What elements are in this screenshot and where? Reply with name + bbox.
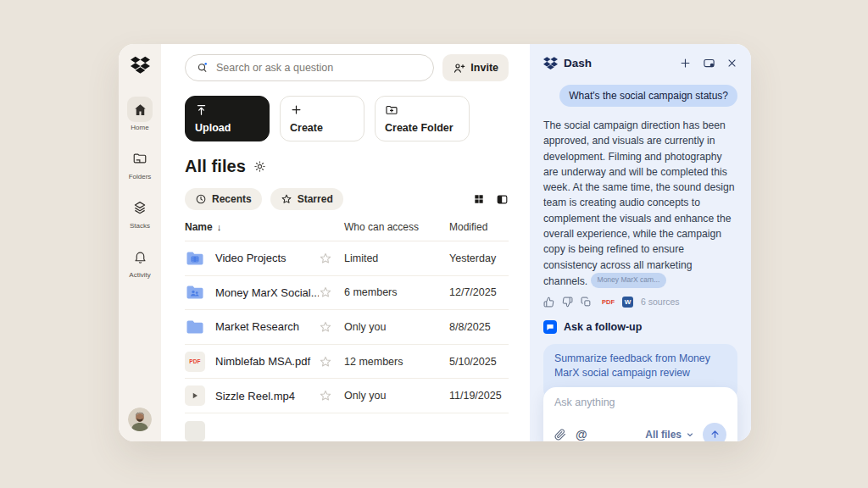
- home-icon: [127, 97, 153, 122]
- invite-label: Invite: [470, 62, 498, 74]
- create-button[interactable]: Create: [280, 96, 364, 141]
- file-name: Sizzle Reel.mp4: [215, 390, 319, 402]
- page-title: All files: [185, 157, 246, 176]
- send-button[interactable]: [703, 423, 726, 441]
- dash-panel: Dash What's the social campaign status? …: [530, 44, 751, 441]
- star-toggle-icon[interactable]: [319, 252, 344, 265]
- user-avatar[interactable]: [128, 408, 152, 431]
- app-window: Home Folders Stacks Activity: [119, 44, 751, 441]
- modified-cell: 12/7/2025: [449, 286, 509, 298]
- modified-cell: 11/19/2025: [449, 390, 509, 402]
- sidebar-item-folders[interactable]: Folders: [127, 146, 153, 180]
- filter-label: Recents: [212, 193, 252, 205]
- modified-cell: Yesterday: [449, 252, 509, 264]
- upload-icon: [195, 103, 208, 116]
- invite-button[interactable]: Invite: [442, 54, 509, 81]
- star-icon: [281, 193, 292, 205]
- table-header: Name ↓ Who can access Modified: [185, 221, 509, 241]
- sidebar-item-label: Home: [131, 124, 148, 131]
- attachment-icon[interactable]: [554, 429, 566, 441]
- split-view-icon[interactable]: [496, 193, 509, 206]
- plus-icon: [290, 103, 303, 116]
- create-folder-button[interactable]: Create Folder: [375, 96, 470, 141]
- table-row[interactable]: Video Projects Limited Yesterday: [185, 241, 509, 276]
- access-cell: Only you: [344, 390, 449, 402]
- folder-plus-icon: [385, 103, 398, 117]
- ask-input[interactable]: Ask anything: [554, 396, 726, 408]
- filter-label: Starred: [298, 193, 333, 205]
- stacks-icon: [127, 195, 153, 220]
- search-placeholder: Search or ask a question: [216, 62, 333, 74]
- folder-icon: [127, 146, 153, 171]
- file-name: Market Research: [215, 320, 319, 333]
- table-row[interactable]: PDF Nimblefab MSA.pdf 12 members 5/10/20…: [185, 345, 509, 380]
- chevron-down-icon: [685, 430, 695, 440]
- table-row[interactable]: Sizzle Reel.mp4 Only you 11/19/2025: [185, 379, 509, 413]
- thumbs-down-icon[interactable]: [562, 297, 573, 308]
- bell-icon: [127, 244, 153, 269]
- video-file-icon: [185, 385, 205, 406]
- scope-selector[interactable]: All files: [645, 429, 695, 441]
- sidebar-item-activity[interactable]: Activity: [127, 244, 153, 279]
- file-name: Nimblefab MSA.pdf: [215, 355, 319, 368]
- table-row[interactable]: Market Research Only you 8/8/2025: [185, 310, 509, 345]
- arrow-up-icon: [709, 429, 721, 440]
- ask-followup-button[interactable]: Ask a follow-up: [543, 320, 737, 334]
- table-row[interactable]: [185, 421, 509, 441]
- folder-video-icon: [185, 248, 205, 269]
- modified-cell: 5/10/2025: [449, 356, 509, 368]
- sources-count[interactable]: 6 sources: [641, 297, 680, 307]
- close-icon[interactable]: [726, 58, 737, 69]
- main-content: Search or ask a question Invite Upload C…: [161, 44, 530, 441]
- ai-response: The social campaign direction has been a…: [543, 118, 737, 289]
- star-toggle-icon[interactable]: [319, 286, 344, 299]
- search-icon: [196, 61, 209, 75]
- gear-icon[interactable]: [253, 160, 266, 173]
- star-toggle-icon[interactable]: [319, 389, 344, 402]
- pdf-file-icon: PDF: [185, 352, 205, 372]
- chat-bubble-icon: [543, 320, 557, 334]
- user-message-bubble: What's the social campaign status?: [559, 85, 737, 107]
- access-cell: 6 members: [344, 286, 449, 298]
- sidebar-item-stacks[interactable]: Stacks: [127, 195, 153, 230]
- filter-recents[interactable]: Recents: [185, 188, 262, 210]
- dash-title: Dash: [564, 57, 592, 69]
- filter-starred[interactable]: Starred: [270, 188, 343, 210]
- new-chat-icon[interactable]: [679, 57, 692, 69]
- table-row[interactable]: Money MarX Social... 6 members 12/7/2025: [185, 276, 509, 311]
- mention-icon[interactable]: @: [576, 428, 587, 441]
- upload-button[interactable]: Upload: [185, 96, 270, 141]
- pdf-source-icon: PDF: [602, 298, 615, 306]
- file-name: Video Projects: [215, 252, 319, 264]
- dash-logo-icon: [543, 56, 558, 70]
- search-input[interactable]: Search or ask a question: [185, 54, 434, 81]
- dropbox-logo-icon[interactable]: [131, 55, 150, 75]
- folder-shared-icon: [185, 282, 205, 302]
- chat-history-icon[interactable]: [703, 57, 715, 69]
- star-toggle-icon[interactable]: [319, 355, 344, 369]
- copy-icon[interactable]: [581, 297, 592, 308]
- sidebar-item-label: Folders: [129, 173, 152, 180]
- column-header-modified[interactable]: Modified: [449, 221, 509, 233]
- star-toggle-icon[interactable]: [319, 320, 344, 334]
- create-label: Create: [290, 122, 354, 134]
- files-table: Name ↓ Who can access Modified Video Pro…: [185, 221, 509, 441]
- sidebar-item-label: Activity: [129, 271, 150, 279]
- source-chip[interactable]: Money MarX cam...: [591, 273, 667, 288]
- sidebar: Home Folders Stacks Activity: [119, 44, 161, 441]
- thumbs-up-icon[interactable]: [543, 297, 554, 308]
- column-header-name[interactable]: Name ↓: [185, 221, 319, 233]
- access-cell: Limited: [344, 252, 449, 264]
- sidebar-item-home[interactable]: Home: [127, 97, 153, 131]
- file-name: Money MarX Social...: [215, 286, 319, 299]
- clock-icon: [195, 193, 207, 205]
- sort-descending-icon: ↓: [217, 222, 222, 232]
- ask-input-card: Ask anything @ All files: [543, 387, 737, 441]
- folder-icon: [185, 317, 205, 337]
- column-header-access[interactable]: Who can access: [344, 221, 449, 233]
- access-cell: Only you: [344, 321, 449, 333]
- sidebar-item-label: Stacks: [130, 222, 150, 230]
- grid-view-icon[interactable]: [473, 193, 485, 205]
- word-source-icon: W: [622, 297, 633, 308]
- access-cell: 12 members: [344, 356, 449, 368]
